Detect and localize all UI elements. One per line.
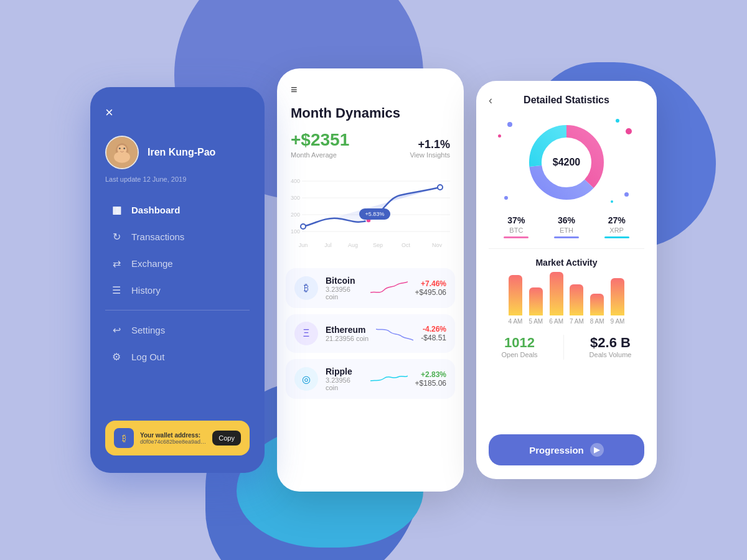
- bar-chart: 4 AM5 AM6 AM7 AM8 AM9 AM: [489, 275, 644, 325]
- ripple-pct: +2.83%: [415, 370, 446, 379]
- ethereum-change: -4.26% -$48.51: [421, 325, 446, 342]
- svg-text:$4200: $4200: [553, 157, 581, 167]
- bar-column: 8 AM: [590, 294, 604, 325]
- bar-column: 6 AM: [549, 272, 563, 325]
- legend-eth: 36% ETH: [554, 215, 579, 238]
- menu-list: ▦ Dashboard ↻ Transactions ⇄ Exchange ☰ …: [105, 197, 250, 421]
- bitcoin-icon: ₿: [294, 276, 318, 300]
- nav-item-logout[interactable]: ⚙ Log Out: [105, 343, 250, 370]
- menu-divider: [105, 310, 250, 310]
- nav-item-transactions[interactable]: ↻ Transactions: [105, 223, 250, 250]
- nav-item-exchange[interactable]: ⇄ Exchange: [105, 250, 250, 277]
- coin-card-bitcoin[interactable]: ₿ Bitcoin 3.23956 coin +7.46% +$495.06: [286, 268, 455, 308]
- eth-bar: [554, 236, 579, 238]
- svg-text:Jul: Jul: [324, 242, 332, 248]
- section-divider: [489, 248, 644, 249]
- bar-column: 9 AM: [611, 278, 625, 325]
- ripple-info: Ripple 3.23956 coin: [326, 366, 363, 391]
- coin-card-ripple[interactable]: ◎ Ripple 3.23956 coin +2.83% +$185.06: [286, 359, 455, 399]
- bar-column: 4 AM: [509, 275, 523, 325]
- donut-svg: $4200: [523, 119, 610, 206]
- coin-card-ethereum[interactable]: Ξ Ethereum 21.23956 coin -4.26% -$48.51: [286, 314, 455, 353]
- transactions-icon: ↻: [110, 231, 123, 243]
- svg-point-5: [123, 147, 125, 149]
- avatar-image: [106, 137, 138, 168]
- ripple-name: Ripple: [326, 366, 363, 376]
- progression-label: Progression: [529, 445, 584, 455]
- insight-pct: +1.1%: [410, 138, 450, 151]
- dashboard-icon: ▦: [110, 204, 123, 216]
- nav-item-settings[interactable]: ↩ Settings: [105, 317, 250, 343]
- nav-item-dashboard[interactable]: ▦ Dashboard: [105, 197, 250, 223]
- deco-dot-7: [504, 196, 508, 200]
- wallet-label: Your wallet address:: [140, 432, 206, 439]
- chart-container: 400 300 200 100: [277, 174, 464, 263]
- legend-row: 37% BTC 36% ETH 27% XRP: [489, 215, 644, 238]
- last-update: Last update 12 June, 2019: [105, 175, 250, 183]
- avatar: [105, 136, 139, 169]
- svg-text:Aug: Aug: [348, 242, 358, 248]
- open-deals-value: 1012: [502, 335, 538, 351]
- open-deals-stat: 1012 Open Deals: [502, 335, 538, 360]
- svg-point-3: [114, 151, 130, 163]
- copy-button[interactable]: Copy: [212, 431, 241, 446]
- market-title: Market Activity: [489, 258, 644, 268]
- bar-time-label: 7 AM: [570, 318, 584, 325]
- svg-text:400: 400: [291, 178, 300, 184]
- ethereum-val: -$48.51: [421, 334, 446, 342]
- stats-header: ‹ Detailed Statistics: [489, 95, 644, 106]
- bar-column: 7 AM: [570, 284, 584, 325]
- bar-time-label: 9 AM: [611, 318, 625, 325]
- settings-icon: ↩: [110, 324, 123, 336]
- xrp-bar: [604, 236, 629, 238]
- bar-item: [590, 294, 604, 315]
- screens-container: × Iren Kung-Pao Last u: [90, 68, 657, 492]
- deco-dot-6: [611, 200, 613, 203]
- bitcoin-val: +$495.06: [415, 288, 446, 297]
- svg-point-14: [301, 224, 306, 229]
- svg-text:100: 100: [291, 228, 300, 235]
- exchange-icon: ⇄: [110, 258, 123, 269]
- wallet-info: Your wallet address: d0f0e74c682bee8ea9a…: [140, 432, 206, 445]
- user-profile: Iren Kung-Pao: [105, 136, 250, 169]
- vertical-divider: [563, 335, 564, 360]
- deco-dot-2: [498, 134, 501, 138]
- stat-amount: +$2351: [291, 130, 349, 150]
- bitcoin-change: +7.46% +$495.06: [415, 279, 446, 297]
- btc-bar: [504, 236, 529, 238]
- bitcoin-name: Bitcoin: [326, 276, 363, 286]
- wallet-icon: ₿: [114, 428, 134, 448]
- ethereum-info: Ethereum 21.23956 coin: [326, 325, 369, 342]
- bar-time-label: 4 AM: [509, 318, 523, 325]
- bar-column: 5 AM: [529, 287, 543, 325]
- hamburger-menu[interactable]: ≡: [291, 83, 450, 96]
- view-insights-link[interactable]: View Insights: [410, 151, 450, 159]
- user-name: Iren Kung-Pao: [148, 146, 215, 159]
- deco-dot-1: [507, 122, 512, 127]
- bitcoin-info: Bitcoin 3.23956 coin: [326, 276, 363, 301]
- xrp-pct: 27%: [604, 215, 629, 225]
- ripple-val: +$185.06: [415, 379, 446, 388]
- bitcoin-sparkline: [370, 279, 408, 297]
- legend-xrp: 27% XRP: [604, 215, 629, 238]
- ethereum-pct: -4.26%: [421, 325, 446, 334]
- svg-text:Jun: Jun: [299, 242, 308, 248]
- progression-button[interactable]: Progression ▶: [489, 434, 644, 465]
- back-button[interactable]: ‹: [489, 94, 492, 107]
- eth-pct: 36%: [554, 215, 579, 225]
- btc-pct: 37%: [504, 215, 529, 225]
- nav-label-dashboard: Dashboard: [131, 205, 180, 215]
- navigation-screen: × Iren Kung-Pao Last u: [90, 87, 265, 473]
- coins-list: ₿ Bitcoin 3.23956 coin +7.46% +$495.06 Ξ…: [277, 263, 464, 492]
- nav-label-history: History: [131, 285, 161, 296]
- bar-item: [550, 272, 563, 315]
- close-button[interactable]: ×: [105, 105, 250, 121]
- main-screen: ≡ Month Dynamics +$2351 Month Average +1…: [277, 68, 464, 492]
- stats-title: Detailed Statistics: [524, 95, 609, 106]
- market-stats-row: 1012 Open Deals $2.6 B Deals Volume: [489, 335, 644, 360]
- main-title: Month Dynamics: [291, 105, 450, 121]
- open-deals-label: Open Deals: [502, 351, 538, 358]
- nav-item-history[interactable]: ☰ History: [105, 277, 250, 304]
- eth-label: ETH: [554, 226, 579, 234]
- history-icon: ☰: [110, 284, 123, 296]
